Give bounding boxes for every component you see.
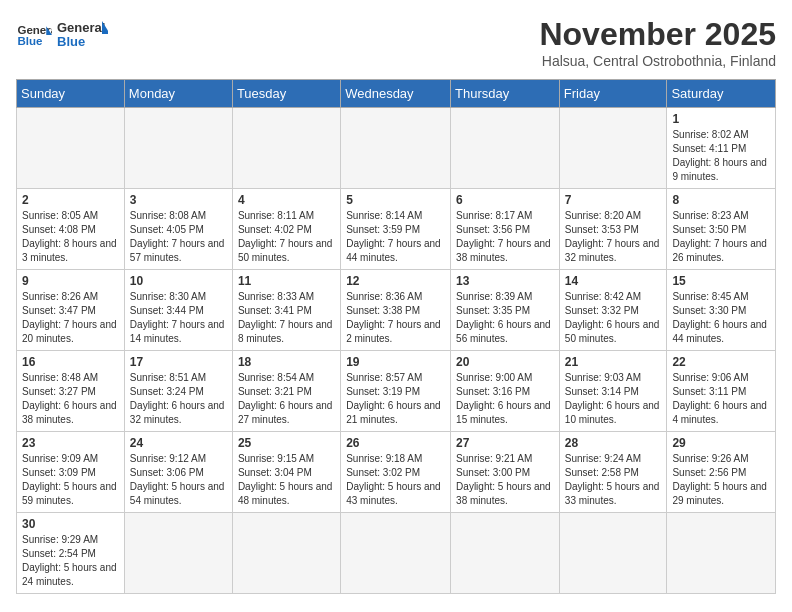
day-info: Sunrise: 8:05 AM Sunset: 4:08 PM Dayligh… [22, 209, 119, 265]
day-info: Sunrise: 8:39 AM Sunset: 3:35 PM Dayligh… [456, 290, 554, 346]
header-row: Sunday Monday Tuesday Wednesday Thursday… [17, 80, 776, 108]
day-cell: 13Sunrise: 8:39 AM Sunset: 3:35 PM Dayli… [451, 270, 560, 351]
day-number: 15 [672, 274, 770, 288]
day-info: Sunrise: 8:30 AM Sunset: 3:44 PM Dayligh… [130, 290, 227, 346]
day-number: 13 [456, 274, 554, 288]
day-number: 19 [346, 355, 445, 369]
day-cell: 28Sunrise: 9:24 AM Sunset: 2:58 PM Dayli… [559, 432, 667, 513]
day-info: Sunrise: 8:42 AM Sunset: 3:32 PM Dayligh… [565, 290, 662, 346]
generalblue-logo-svg: General Blue [56, 16, 108, 54]
day-number: 5 [346, 193, 445, 207]
day-number: 10 [130, 274, 227, 288]
header-thursday: Thursday [451, 80, 560, 108]
month-title: November 2025 [539, 16, 776, 53]
day-info: Sunrise: 8:17 AM Sunset: 3:56 PM Dayligh… [456, 209, 554, 265]
header-tuesday: Tuesday [232, 80, 340, 108]
day-cell: 7Sunrise: 8:20 AM Sunset: 3:53 PM Daylig… [559, 189, 667, 270]
day-cell: 12Sunrise: 8:36 AM Sunset: 3:38 PM Dayli… [341, 270, 451, 351]
day-cell: 14Sunrise: 8:42 AM Sunset: 3:32 PM Dayli… [559, 270, 667, 351]
week-row-4: 23Sunrise: 9:09 AM Sunset: 3:09 PM Dayli… [17, 432, 776, 513]
header-wednesday: Wednesday [341, 80, 451, 108]
day-cell [232, 513, 340, 594]
day-info: Sunrise: 8:36 AM Sunset: 3:38 PM Dayligh… [346, 290, 445, 346]
day-cell [232, 108, 340, 189]
day-number: 14 [565, 274, 662, 288]
day-number: 30 [22, 517, 119, 531]
day-number: 12 [346, 274, 445, 288]
day-number: 27 [456, 436, 554, 450]
day-number: 18 [238, 355, 335, 369]
day-info: Sunrise: 9:09 AM Sunset: 3:09 PM Dayligh… [22, 452, 119, 508]
day-cell [451, 108, 560, 189]
day-cell: 24Sunrise: 9:12 AM Sunset: 3:06 PM Dayli… [124, 432, 232, 513]
day-number: 25 [238, 436, 335, 450]
week-row-5: 30Sunrise: 9:29 AM Sunset: 2:54 PM Dayli… [17, 513, 776, 594]
day-info: Sunrise: 8:11 AM Sunset: 4:02 PM Dayligh… [238, 209, 335, 265]
day-number: 7 [565, 193, 662, 207]
day-cell: 25Sunrise: 9:15 AM Sunset: 3:04 PM Dayli… [232, 432, 340, 513]
week-row-1: 2Sunrise: 8:05 AM Sunset: 4:08 PM Daylig… [17, 189, 776, 270]
day-cell [667, 513, 776, 594]
day-info: Sunrise: 9:15 AM Sunset: 3:04 PM Dayligh… [238, 452, 335, 508]
week-row-2: 9Sunrise: 8:26 AM Sunset: 3:47 PM Daylig… [17, 270, 776, 351]
day-number: 1 [672, 112, 770, 126]
svg-text:General: General [57, 20, 105, 35]
day-cell [124, 513, 232, 594]
day-cell: 1Sunrise: 8:02 AM Sunset: 4:11 PM Daylig… [667, 108, 776, 189]
day-cell: 21Sunrise: 9:03 AM Sunset: 3:14 PM Dayli… [559, 351, 667, 432]
day-info: Sunrise: 8:14 AM Sunset: 3:59 PM Dayligh… [346, 209, 445, 265]
day-number: 26 [346, 436, 445, 450]
day-cell: 8Sunrise: 8:23 AM Sunset: 3:50 PM Daylig… [667, 189, 776, 270]
day-number: 29 [672, 436, 770, 450]
day-cell: 15Sunrise: 8:45 AM Sunset: 3:30 PM Dayli… [667, 270, 776, 351]
day-number: 3 [130, 193, 227, 207]
day-info: Sunrise: 8:57 AM Sunset: 3:19 PM Dayligh… [346, 371, 445, 427]
day-cell: 19Sunrise: 8:57 AM Sunset: 3:19 PM Dayli… [341, 351, 451, 432]
day-cell: 16Sunrise: 8:48 AM Sunset: 3:27 PM Dayli… [17, 351, 125, 432]
day-info: Sunrise: 9:26 AM Sunset: 2:56 PM Dayligh… [672, 452, 770, 508]
svg-text:Blue: Blue [17, 35, 43, 47]
day-cell: 4Sunrise: 8:11 AM Sunset: 4:02 PM Daylig… [232, 189, 340, 270]
day-cell [559, 108, 667, 189]
day-info: Sunrise: 9:03 AM Sunset: 3:14 PM Dayligh… [565, 371, 662, 427]
day-info: Sunrise: 9:12 AM Sunset: 3:06 PM Dayligh… [130, 452, 227, 508]
day-cell: 9Sunrise: 8:26 AM Sunset: 3:47 PM Daylig… [17, 270, 125, 351]
day-info: Sunrise: 8:02 AM Sunset: 4:11 PM Dayligh… [672, 128, 770, 184]
day-info: Sunrise: 9:29 AM Sunset: 2:54 PM Dayligh… [22, 533, 119, 589]
day-info: Sunrise: 9:18 AM Sunset: 3:02 PM Dayligh… [346, 452, 445, 508]
day-number: 4 [238, 193, 335, 207]
day-cell [341, 108, 451, 189]
day-info: Sunrise: 8:20 AM Sunset: 3:53 PM Dayligh… [565, 209, 662, 265]
week-row-0: 1Sunrise: 8:02 AM Sunset: 4:11 PM Daylig… [17, 108, 776, 189]
header-sunday: Sunday [17, 80, 125, 108]
day-cell: 11Sunrise: 8:33 AM Sunset: 3:41 PM Dayli… [232, 270, 340, 351]
subtitle: Halsua, Central Ostrobothnia, Finland [539, 53, 776, 69]
day-cell: 22Sunrise: 9:06 AM Sunset: 3:11 PM Dayli… [667, 351, 776, 432]
day-cell: 30Sunrise: 9:29 AM Sunset: 2:54 PM Dayli… [17, 513, 125, 594]
day-info: Sunrise: 8:33 AM Sunset: 3:41 PM Dayligh… [238, 290, 335, 346]
day-number: 11 [238, 274, 335, 288]
day-number: 28 [565, 436, 662, 450]
day-number: 23 [22, 436, 119, 450]
day-number: 6 [456, 193, 554, 207]
day-info: Sunrise: 8:45 AM Sunset: 3:30 PM Dayligh… [672, 290, 770, 346]
day-info: Sunrise: 9:24 AM Sunset: 2:58 PM Dayligh… [565, 452, 662, 508]
calendar-table: Sunday Monday Tuesday Wednesday Thursday… [16, 79, 776, 594]
logo-icon: General Blue [16, 20, 52, 50]
day-info: Sunrise: 9:21 AM Sunset: 3:00 PM Dayligh… [456, 452, 554, 508]
day-cell: 26Sunrise: 9:18 AM Sunset: 3:02 PM Dayli… [341, 432, 451, 513]
day-info: Sunrise: 8:23 AM Sunset: 3:50 PM Dayligh… [672, 209, 770, 265]
day-info: Sunrise: 8:51 AM Sunset: 3:24 PM Dayligh… [130, 371, 227, 427]
day-cell: 6Sunrise: 8:17 AM Sunset: 3:56 PM Daylig… [451, 189, 560, 270]
day-cell: 5Sunrise: 8:14 AM Sunset: 3:59 PM Daylig… [341, 189, 451, 270]
svg-text:Blue: Blue [57, 34, 85, 49]
day-number: 17 [130, 355, 227, 369]
header-monday: Monday [124, 80, 232, 108]
day-cell: 18Sunrise: 8:54 AM Sunset: 3:21 PM Dayli… [232, 351, 340, 432]
day-cell: 29Sunrise: 9:26 AM Sunset: 2:56 PM Dayli… [667, 432, 776, 513]
day-number: 2 [22, 193, 119, 207]
day-cell [341, 513, 451, 594]
day-number: 9 [22, 274, 119, 288]
day-cell: 17Sunrise: 8:51 AM Sunset: 3:24 PM Dayli… [124, 351, 232, 432]
day-info: Sunrise: 8:54 AM Sunset: 3:21 PM Dayligh… [238, 371, 335, 427]
